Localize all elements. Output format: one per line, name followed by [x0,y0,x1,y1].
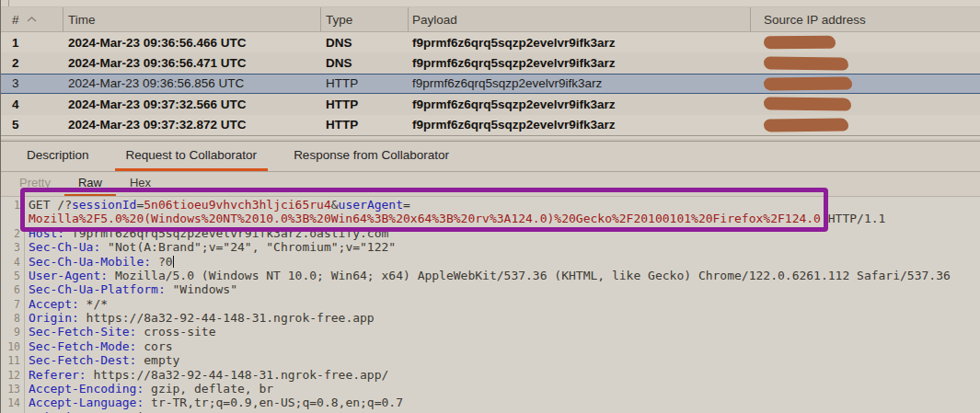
tab-request-to-collaborator[interactable]: Request to Collaborator [115,142,269,171]
table-row[interactable]: 52024-Mar-23 09:37:32.872 UTCHTTPf9prmf6… [1,115,980,135]
row-number: 5 [1,115,63,135]
request-line: 9Sec-Fetch-Site: cross-site [1,325,980,338]
request-line: 12Referer: https://8a32-92-44-148-31.ngr… [1,368,980,382]
row-time: 2024-Mar-23 09:37:32.872 UTC [63,115,321,135]
row-payload: f9prmf6z6qrq5sqzp2evelvr9ifk3arz [409,94,751,114]
request-line: 15Priority: u=1, i [1,410,980,413]
syntax-plain: GET /? [29,198,72,212]
syntax-name: Accept-Language: [29,396,144,409]
column-header-time[interactable]: Time [63,7,321,31]
column-header-payload[interactable]: Payload [409,7,751,31]
request-line: 14Accept-Language: tr-TR,tr;q=0.9,en-US;… [1,396,980,409]
request-line: 4Sec-Ch-Ua-Mobile: ?0 [1,255,980,269]
line-number: 5 [1,270,25,283]
table-top-strip [1,0,980,7]
syntax-name: Origin: [29,311,79,325]
row-source-ip [751,115,980,135]
syntax-plain: = [403,198,410,212]
message-view-subtabbar: PrettyRawHex [1,172,980,197]
row-type: HTTP [321,94,409,114]
syntax-plain: Mozilla/5.0 (Windows NT 10.0; Win64; x64… [108,269,951,282]
request-line: 7Accept: */* [1,297,980,311]
row-payload: f9prmf6z6qrq5sqzp2evelvr9ifk3arz [409,32,751,52]
request-line: 2Host: f9prmf6z6qrq5sqzp2evelvr9ifk3arz.… [1,226,980,240]
line-number: 4 [1,256,25,270]
request-line: 5User-Agent: Mozilla/5.0 (Windows NT 10.… [1,269,980,282]
syntax-value: Mozilla%2F5.0%20(Windows%20NT%2010.0%3B%… [29,212,821,225]
syntax-name: Sec-Ch-Ua-Mobile: [29,255,151,269]
row-number: 1 [1,32,63,52]
line-number: 14 [1,396,25,410]
column-resize-notch [8,0,9,6]
request-line: 6Sec-Ch-Ua-Platform: "Windows" [1,282,980,296]
row-time: 2024-Mar-23 09:36:56.471 UTC [63,52,321,73]
row-number: 3 [1,75,63,93]
tab-response-from-collaborator[interactable]: Response from Collaborator [282,142,460,171]
line-number: 10 [1,340,25,354]
redaction-mark [764,98,851,111]
pane-splitter[interactable] [1,135,980,142]
redaction-mark [764,76,852,90]
subtab-pretty[interactable]: Pretty [6,172,64,196]
syntax-value: 5n06tioeu9vhvch3hljci65ru4 [144,198,331,212]
syntax-name: Sec-Ch-Ua-Platform: [29,282,166,296]
syntax-plain: empty [136,353,179,367]
table-body: 12024-Mar-23 09:36:56.466 UTCDNSf9prmf6z… [1,32,980,135]
syntax-plain: tr-TR,tr;q=0.9,en-US;q=0.8,en;q=0.7 [144,396,403,409]
syntax-name: Priority: [29,410,93,413]
line-number: 9 [1,326,25,339]
syntax-plain: "Not(A:Brand";v="24", "Chromium";v="122" [100,240,396,254]
syntax-plain: HTTP/1.1 [821,212,885,225]
table-row[interactable]: 42024-Mar-23 09:37:32.566 UTCHTTPf9prmf6… [1,94,980,114]
subtab-raw[interactable]: Raw [64,172,116,196]
row-time: 2024-Mar-23 09:36:56.856 UTC [63,75,321,93]
request-line: 1GET /?sessionId=5n06tioeu9vhvch3hljci65… [1,198,980,212]
row-source-ip [751,94,980,114]
syntax-plain: gzip, deflate, br [144,382,273,396]
subtab-hex[interactable]: Hex [116,172,165,196]
row-payload: f9prmf6z6qrq5sqzp2evelvr9ifk3arz [409,75,751,93]
request-line: Mozilla%2F5.0%20(Windows%20NT%2010.0%3B%… [1,212,980,225]
syntax-name: Accept: [29,297,79,311]
row-type: HTTP [321,75,409,93]
line-number: 13 [1,383,25,396]
syntax-plain: u=1, i [93,410,144,413]
row-source-ip [751,52,980,73]
detail-tabbar: DescriptionRequest to CollaboratorRespon… [1,142,980,172]
syntax-plain: */* [79,297,108,311]
column-header-type[interactable]: Type [321,7,409,31]
tab-description[interactable]: Description [16,142,100,171]
table-row[interactable]: 32024-Mar-23 09:36:56.856 UTCHTTPf9prmf6… [1,74,980,94]
table-row[interactable]: 12024-Mar-23 09:36:56.466 UTCDNSf9prmf6z… [1,32,980,52]
syntax-plain: https://8a32-92-44-148-31.ngrok-free.app [79,311,375,325]
row-time: 2024-Mar-23 09:36:56.466 UTC [63,32,321,52]
syntax-name: Host: [29,226,64,240]
row-type: DNS [321,32,409,52]
column-header-number[interactable]: # [1,7,63,31]
syntax-name: sessionId [72,198,136,212]
request-line: 3Sec-Ch-Ua: "Not(A:Brand";v="24", "Chrom… [1,240,980,254]
request-editor-lines: 1GET /?sessionId=5n06tioeu9vhvch3hljci65… [1,198,980,413]
request-line: 13Accept-Encoding: gzip, deflate, br [1,382,980,396]
syntax-plain: ?0 [151,255,172,269]
request-editor[interactable]: 1GET /?sessionId=5n06tioeu9vhvch3hljci65… [1,197,980,413]
syntax-plain: https://8a32-92-44-148-31.ngrok-free.app… [86,368,389,382]
row-source-ip [751,75,980,93]
line-number: 1 [1,199,25,212]
syntax-name: Sec-Ch-Ua: [29,240,100,254]
row-source-ip [751,32,980,52]
column-header-source-ip[interactable]: Source IP address [751,7,980,31]
line-number: 2 [1,227,25,241]
line-number: 12 [1,369,25,383]
collaborator-interactions-panel: # Time Type Payload Source IP address 12… [0,0,980,413]
table-row[interactable]: 22024-Mar-23 09:36:56.471 UTCDNSf9prmf6z… [1,52,980,73]
line-number: 6 [1,283,25,297]
request-line: 10Sec-Fetch-Mode: cors [1,339,980,353]
syntax-name: Referer: [29,368,86,382]
syntax-plain: "Windows" [166,282,237,296]
syntax-plain: cross-site [136,325,215,338]
syntax-plain: & [331,198,339,212]
line-number: 8 [1,312,25,326]
redaction-mark [764,36,836,50]
syntax-name: userAgent [339,198,403,212]
